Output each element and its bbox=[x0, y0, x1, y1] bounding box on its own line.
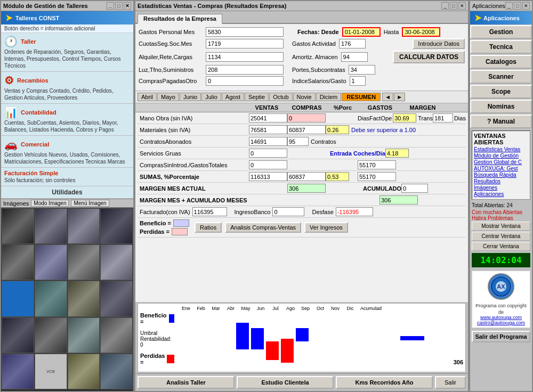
compras-input[interactable] bbox=[206, 76, 284, 86]
acumulado-input[interactable] bbox=[401, 184, 428, 193]
compras-sin-gastos[interactable] bbox=[358, 160, 396, 169]
close-btn[interactable]: ✕ bbox=[124, 2, 131, 10]
sumas-porc[interactable] bbox=[326, 172, 349, 181]
right-close-btn[interactable]: ✕ bbox=[522, 2, 530, 10]
middle-minimize-btn[interactable]: _ bbox=[441, 2, 449, 10]
sumas-ventas[interactable] bbox=[249, 172, 287, 181]
mostrar-ventana-btn[interactable]: Mostrar Ventana bbox=[472, 222, 530, 231]
tab-septie[interactable]: Septie bbox=[245, 93, 269, 101]
section-recambios[interactable]: ⚙ Recambios Ventas y Compras Contado, Cr… bbox=[1, 72, 133, 104]
section-facturacion[interactable]: Facturación Simple Sólo facturación; sin… bbox=[1, 168, 133, 186]
gruas-ventas[interactable] bbox=[249, 149, 287, 158]
ingresos-btn[interactable]: Ver Ingresos bbox=[304, 222, 348, 233]
ventanas-item-2[interactable]: Módulo de Gestión bbox=[474, 153, 528, 159]
img-cell-16[interactable] bbox=[100, 317, 133, 353]
tab-octub[interactable]: Octub bbox=[269, 93, 292, 101]
tab-diciem[interactable]: Diciem bbox=[316, 93, 342, 101]
section-taller[interactable]: 🕐 Taller Ordenes de Reparación, Seguros,… bbox=[1, 33, 133, 72]
ingreso-input[interactable] bbox=[272, 207, 304, 216]
calcular-datos-btn[interactable]: CALCULAR DATOS bbox=[393, 51, 465, 63]
catalogos-btn[interactable]: Catalogos bbox=[470, 55, 532, 69]
img-cell-8[interactable] bbox=[100, 244, 133, 280]
img-cell-2[interactable] bbox=[35, 208, 67, 244]
materiales-compras[interactable] bbox=[287, 125, 326, 134]
minimize-btn[interactable]: _ bbox=[107, 2, 114, 10]
img-cell-9[interactable] bbox=[2, 281, 34, 316]
indice-input[interactable] bbox=[350, 76, 366, 86]
img-cell-15[interactable] bbox=[68, 317, 100, 353]
gastos-personal-input[interactable] bbox=[206, 27, 284, 37]
mano-obra-compras[interactable] bbox=[287, 113, 326, 123]
img-cell-5[interactable] bbox=[2, 244, 34, 280]
ventanas-item-3[interactable]: Gestion Global de C bbox=[474, 159, 528, 165]
ventanas-item-6[interactable]: Resultados bbox=[474, 178, 528, 184]
img-cell-3[interactable] bbox=[68, 208, 100, 244]
img-cell-12[interactable] bbox=[100, 281, 133, 316]
tab-resumen[interactable]: RESUMEN bbox=[342, 93, 381, 101]
tab-junio[interactable]: Junio bbox=[180, 93, 201, 101]
sumas-gastos[interactable] bbox=[358, 172, 396, 181]
nav-next-btn[interactable]: ► bbox=[394, 93, 405, 101]
trans-input[interactable] bbox=[433, 113, 453, 123]
img-cell-17[interactable] bbox=[2, 354, 34, 389]
analisis-btn[interactable]: Analisis Compras-Ventas bbox=[225, 222, 301, 233]
salir-programa-btn[interactable]: Salir del Programa bbox=[472, 331, 530, 342]
tab-agost[interactable]: Agost bbox=[222, 93, 244, 101]
middle-maximize-btn[interactable]: □ bbox=[450, 2, 457, 10]
img-cell-7[interactable] bbox=[68, 244, 100, 280]
section-utilidades[interactable]: Utilidades bbox=[1, 186, 133, 199]
cuotas-input[interactable] bbox=[206, 39, 284, 48]
tab-novie[interactable]: Novie bbox=[293, 93, 316, 101]
manual-btn[interactable]: ? Manual bbox=[470, 115, 532, 128]
email-link[interactable]: castro@autoxuga.com bbox=[474, 320, 528, 325]
introducir-datos-btn[interactable]: Introducir Datos bbox=[413, 38, 465, 49]
fecha-hasta-input[interactable] bbox=[402, 27, 440, 37]
tab-julio[interactable]: Julio bbox=[201, 93, 221, 101]
fecha-desde-input[interactable] bbox=[342, 27, 381, 37]
scope-btn[interactable]: Scope bbox=[470, 85, 532, 99]
web-link[interactable]: www.autoxuga.com bbox=[474, 315, 528, 320]
margen-actual-value[interactable] bbox=[287, 184, 326, 193]
tab-resultados[interactable]: Resultados de la Empresa bbox=[138, 14, 222, 24]
img-cell-1[interactable] bbox=[2, 208, 34, 244]
img-cell-10[interactable] bbox=[35, 281, 67, 316]
salir-btn[interactable]: Salir bbox=[435, 376, 466, 389]
img-cell-4[interactable] bbox=[100, 208, 133, 244]
facturado-input[interactable] bbox=[192, 207, 227, 216]
gestion-btn[interactable]: Gestion bbox=[470, 25, 532, 39]
middle-close-btn[interactable]: ✕ bbox=[458, 2, 466, 10]
sumas-compras[interactable] bbox=[287, 172, 326, 181]
materiales-ventas[interactable] bbox=[249, 125, 287, 134]
contratos-compras[interactable] bbox=[287, 137, 309, 146]
img-cell-11[interactable] bbox=[68, 281, 100, 316]
margen-acumulado-value[interactable] bbox=[379, 195, 418, 205]
nominas-btn[interactable]: Nominas bbox=[470, 100, 532, 113]
menu-image-btn[interactable]: Menú Imagen bbox=[71, 200, 109, 207]
img-cell-6[interactable] bbox=[35, 244, 67, 280]
nav-prev-btn[interactable]: ◄ bbox=[382, 93, 393, 101]
luz-input[interactable] bbox=[206, 65, 284, 75]
img-cell-13[interactable] bbox=[2, 317, 34, 353]
tecnica-btn[interactable]: Tecnica bbox=[470, 40, 532, 54]
materiales-porc[interactable] bbox=[326, 125, 349, 134]
left-nav-header[interactable]: ➤ Talleres CONST bbox=[1, 11, 133, 24]
img-cell-19[interactable] bbox=[68, 354, 100, 389]
dias-fact-input[interactable] bbox=[393, 113, 416, 123]
img-cell-18[interactable]: VCE bbox=[35, 354, 67, 389]
mode-image-btn[interactable]: Modo Imagen bbox=[31, 200, 69, 207]
right-maximize-btn[interactable]: □ bbox=[514, 2, 521, 10]
desfase-input[interactable] bbox=[336, 207, 373, 216]
img-cell-20[interactable] bbox=[100, 354, 133, 389]
analisis-taller-btn[interactable]: Analisis Taller bbox=[138, 376, 235, 389]
mano-obra-ventas[interactable] bbox=[249, 113, 287, 123]
maximize-btn[interactable]: □ bbox=[115, 2, 123, 10]
amortiz-input[interactable] bbox=[341, 52, 368, 62]
ratios-btn[interactable]: Ratios bbox=[195, 222, 222, 233]
img-cell-14[interactable] bbox=[35, 317, 67, 353]
estudio-clientela-btn[interactable]: Estudio Clientela bbox=[237, 376, 334, 389]
kms-recorridos-btn[interactable]: Kms Recorridos Año bbox=[336, 376, 433, 389]
ventanas-item-7[interactable]: Imágenes bbox=[474, 185, 528, 191]
tab-abril[interactable]: Abril bbox=[138, 93, 157, 101]
scanner-btn[interactable]: Scanner bbox=[470, 70, 532, 84]
compras-sin-ventas[interactable] bbox=[249, 160, 287, 169]
